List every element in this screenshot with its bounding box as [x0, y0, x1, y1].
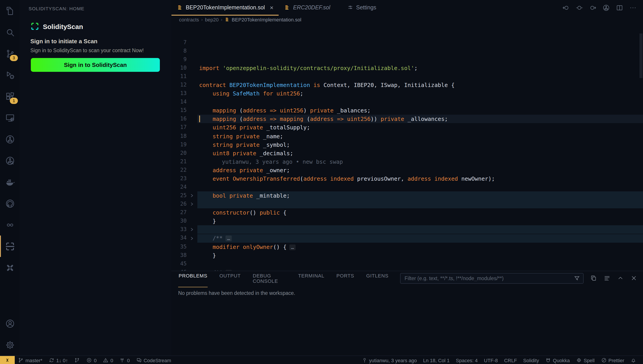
activity-item-settings[interactable]	[0, 334, 20, 356]
bottom-panel: PROBLEMS OUTPUT DEBUG CONSOLE TERMINAL P…	[171, 271, 643, 356]
code-line[interactable]: 10 using SafeMath for uint256;	[171, 46, 643, 55]
activity-item-source-control[interactable]: 3	[0, 43, 20, 64]
status-item-indentation[interactable]: Spaces: 4	[453, 356, 481, 364]
list-view-icon[interactable]	[604, 275, 610, 282]
panel-tab-terminal[interactable]: TERMINAL	[298, 269, 325, 287]
status-item-label: 0	[111, 358, 113, 363]
activity-item-extension-x[interactable]	[0, 257, 20, 278]
fold-chevron-icon[interactable]	[188, 234, 195, 242]
code-text: string private _symbol;	[199, 140, 643, 149]
status-item-warnings[interactable]: 0	[100, 356, 116, 364]
next-change-icon[interactable]	[589, 4, 596, 12]
panel-tab-debug-console[interactable]: DEBUG CONSOLE	[252, 269, 286, 287]
panel-tab-ports[interactable]: PORTS	[336, 269, 355, 287]
activity-item-docker[interactable]	[0, 171, 20, 193]
code-line[interactable]: 9 contract BEP20TokenImplementation is C…	[171, 38, 643, 46]
panel-tab-problems[interactable]: PROBLEMS	[178, 269, 208, 287]
breadcrumb-item-file[interactable]: BEP20TokenImplementation.sol	[225, 17, 301, 22]
activity-item-solidityscan[interactable]	[0, 236, 20, 257]
fold-chevron-icon[interactable]	[188, 200, 195, 208]
status-item-eol[interactable]: CRLF	[501, 356, 520, 364]
code-line[interactable]: 47 /**	[171, 260, 643, 268]
warning-triangle-icon	[103, 357, 109, 363]
status-item-remote-indicator[interactable]	[0, 356, 15, 364]
activity-item-search[interactable]	[0, 22, 20, 43]
status-item-notifications[interactable]	[627, 356, 639, 364]
status-item-quokka[interactable]: Quokka	[542, 356, 573, 364]
status-item-git-branch[interactable]: master*	[15, 356, 46, 364]
open-changes-icon[interactable]	[576, 4, 583, 12]
prev-change-icon[interactable]	[562, 4, 570, 12]
panel-tab-gitlens[interactable]: GITLENS	[366, 269, 389, 287]
broadcast-tower-icon	[119, 357, 125, 363]
status-item-label: Solidity	[523, 358, 539, 363]
status-item-spell[interactable]: Spell	[573, 356, 598, 364]
status-item-cursor-position[interactable]: Ln 18, Col 1	[420, 356, 453, 364]
close-icon[interactable]: ×	[270, 4, 273, 10]
code-line[interactable]: 16 string private _symbol;	[171, 98, 643, 106]
breadcrumb-item[interactable]: contracts	[179, 17, 199, 22]
activity-item-extensions[interactable]: 1	[0, 86, 20, 107]
status-item-label: Spaces: 4	[456, 358, 478, 363]
collapse-up-icon[interactable]	[617, 275, 624, 282]
status-item-errors[interactable]: 0	[83, 356, 100, 364]
activity-item-github[interactable]	[0, 193, 20, 214]
code-line[interactable]: 13 mapping (address => mapping (address …	[171, 72, 643, 81]
code-text: address private _owner;	[199, 166, 643, 174]
account-icon	[5, 318, 15, 328]
line-highlight	[197, 183, 643, 191]
activity-item-accounts[interactable]	[0, 313, 20, 334]
tab-bep20tokenimplementation-sol[interactable]: BEP20TokenImplementation.sol ×	[171, 0, 279, 16]
tab-settings[interactable]: Settings	[342, 0, 382, 16]
funnel-icon[interactable]	[574, 275, 580, 281]
activity-item-gitlens[interactable]	[0, 128, 20, 150]
panel-actions	[590, 275, 637, 282]
sign-in-button[interactable]: Sign in to SolidityScan	[31, 58, 160, 72]
bell-icon	[630, 357, 636, 363]
status-item-encoding[interactable]: UTF-8	[481, 356, 501, 364]
code-text: event OwnershipTransferred(address index…	[199, 174, 643, 183]
code-line[interactable]: 8	[171, 30, 643, 38]
gitlens-graph-icon[interactable]	[602, 4, 610, 12]
problems-filter-input[interactable]	[404, 275, 574, 281]
status-item-label: 0	[127, 358, 130, 363]
scan-icon	[5, 241, 15, 251]
more-actions-icon[interactable]	[629, 4, 637, 12]
fold-chevron-icon[interactable]	[188, 191, 195, 200]
activity-item-remote-explorer[interactable]	[0, 107, 20, 128]
activity-bar: 3 1	[0, 0, 20, 356]
code-text: string private _name;	[199, 132, 643, 140]
activity-item-gitlens-inspect[interactable]	[0, 150, 20, 171]
activity-bar-bottom	[0, 313, 20, 356]
status-item-codestream[interactable]: CodeStream	[133, 356, 174, 364]
status-item-blame[interactable]: yutianwu, 3 years ago	[358, 356, 420, 364]
close-icon[interactable]	[630, 275, 637, 282]
status-item-git-compare[interactable]	[71, 356, 83, 364]
code-editor[interactable]: 7 import 'openzeppelin-solidity/contract…	[171, 16, 643, 271]
status-item-prettier[interactable]: Prettier	[598, 356, 627, 364]
signin-subheading: Sign in to SolidityScan to scan your con…	[30, 48, 171, 53]
activity-item-quokka[interactable]	[0, 214, 20, 236]
split-editor-icon[interactable]	[616, 4, 623, 12]
status-item-language-mode[interactable]: Solidity	[520, 356, 542, 364]
code-line[interactable]: 35 /**…	[171, 226, 643, 234]
line-highlight	[197, 200, 643, 208]
gear-icon	[5, 340, 15, 350]
activity-item-explorer[interactable]	[0, 0, 20, 22]
breadcrumb-item[interactable]: bep20	[205, 17, 219, 22]
solidity-file-icon	[284, 4, 290, 10]
panel-tab-output[interactable]: OUTPUT	[219, 269, 241, 287]
status-bar-right: yutianwu, 3 years ago Ln 18, Col 1 Space…	[358, 356, 643, 364]
code-line[interactable]: 30 modifier onlyOwner() {…	[171, 200, 643, 208]
tab-erc20def-sol[interactable]: ERC20DEF.sol	[279, 0, 336, 16]
activity-item-run-debug[interactable]	[0, 64, 20, 86]
fold-chevron-icon[interactable]	[188, 226, 195, 234]
status-item-ports[interactable]: 0	[116, 356, 133, 364]
code-line[interactable]: 11	[171, 55, 643, 64]
line-highlight	[197, 98, 643, 106]
code-line[interactable]: 26	[171, 183, 643, 191]
copy-pages-icon[interactable]	[590, 275, 597, 282]
status-bar: master* 1↓ 0↑ 0 0 0 CodeStream yutianwu,…	[0, 356, 643, 364]
code-text: modifier onlyOwner() {…	[199, 242, 643, 251]
status-item-git-sync[interactable]: 1↓ 0↑	[46, 356, 71, 364]
